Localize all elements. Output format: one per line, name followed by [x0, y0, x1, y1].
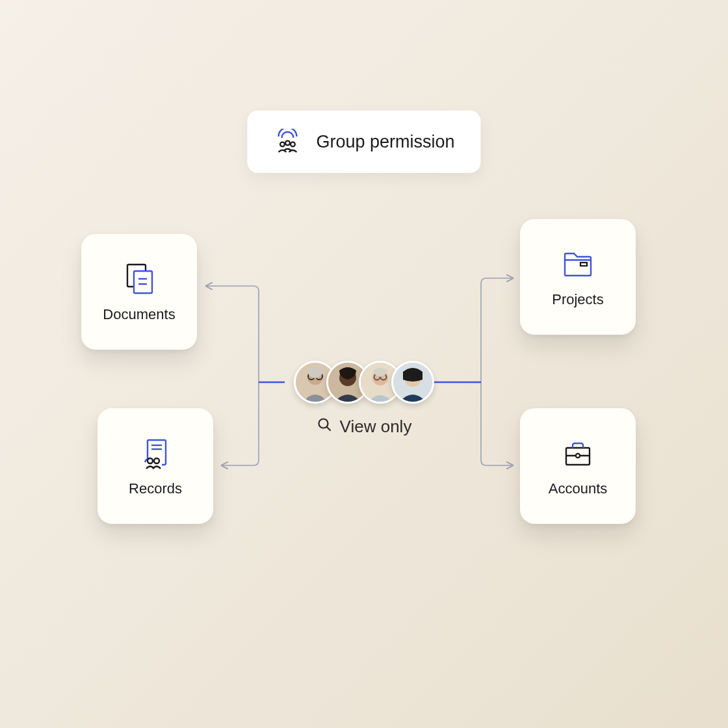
node-documents-label: Documents	[103, 306, 175, 323]
group-icon	[273, 124, 302, 160]
svg-point-12	[154, 458, 159, 463]
node-documents: Documents	[81, 234, 197, 350]
node-accounts: Accounts	[520, 408, 636, 524]
briefcase-icon	[560, 435, 596, 471]
svg-point-11	[148, 458, 153, 463]
svg-line-33	[327, 427, 330, 430]
permission-label: View only	[340, 417, 412, 437]
node-projects: Projects	[520, 219, 636, 335]
svg-point-17	[576, 454, 580, 458]
node-records: Records	[98, 408, 213, 524]
avatar	[391, 361, 434, 404]
search-icon	[317, 417, 332, 437]
avatar-stack	[294, 361, 434, 404]
center-group: View only	[294, 361, 434, 437]
node-projects-label: Projects	[552, 291, 603, 308]
permission-indicator: View only	[317, 417, 412, 437]
group-permission-pill: Group permission	[247, 110, 480, 173]
records-icon	[137, 435, 174, 471]
svg-rect-31	[404, 376, 421, 378]
group-permission-label: Group permission	[316, 132, 454, 152]
folder-icon	[560, 246, 596, 282]
svg-rect-14	[580, 263, 587, 266]
node-records-label: Records	[129, 480, 182, 497]
documents-icon	[121, 261, 157, 297]
node-accounts-label: Accounts	[549, 480, 608, 497]
svg-rect-6	[134, 271, 152, 293]
svg-point-4	[291, 142, 295, 147]
svg-point-3	[285, 141, 290, 146]
svg-point-2	[280, 142, 285, 147]
